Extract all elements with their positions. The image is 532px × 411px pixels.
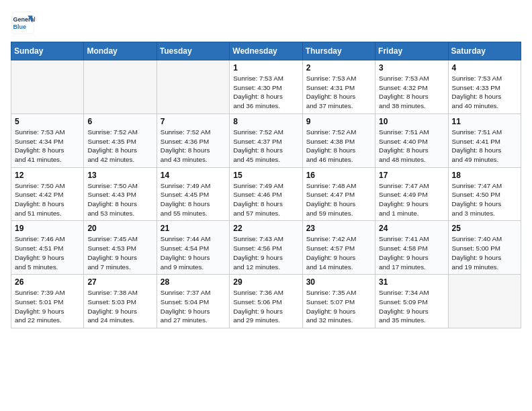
day-number: 21 [161,224,226,233]
day-info: Sunrise: 7:35 AM Sunset: 5:07 PM Dayligh… [306,288,371,325]
day-number: 14 [161,171,226,180]
day-info: Sunrise: 7:48 AM Sunset: 4:47 PM Dayligh… [306,181,371,218]
calendar-week-3: 12Sunrise: 7:50 AM Sunset: 4:42 PM Dayli… [11,167,521,221]
calendar-cell: 1Sunrise: 7:53 AM Sunset: 4:30 PM Daylig… [230,60,302,114]
logo: General Blue [11,11,35,35]
day-info: Sunrise: 7:42 AM Sunset: 4:57 PM Dayligh… [306,234,371,271]
day-number: 12 [15,171,80,180]
day-number: 19 [15,224,80,233]
day-info: Sunrise: 7:49 AM Sunset: 4:45 PM Dayligh… [161,181,226,218]
day-number: 10 [379,117,444,126]
calendar-cell: 4Sunrise: 7:53 AM Sunset: 4:33 PM Daylig… [448,60,521,114]
day-number: 13 [87,171,152,180]
day-number: 1 [233,63,298,73]
calendar-cell: 8Sunrise: 7:52 AM Sunset: 4:37 PM Daylig… [230,113,302,167]
day-number: 15 [233,171,298,180]
day-info: Sunrise: 7:52 AM Sunset: 4:38 PM Dayligh… [306,128,371,165]
day-number: 4 [452,63,517,73]
weekday-header-friday: Friday [375,42,448,60]
calendar-cell: 16Sunrise: 7:48 AM Sunset: 4:47 PM Dayli… [302,167,375,221]
day-info: Sunrise: 7:52 AM Sunset: 4:37 PM Dayligh… [233,128,298,165]
calendar-cell: 11Sunrise: 7:51 AM Sunset: 4:41 PM Dayli… [448,113,521,167]
day-info: Sunrise: 7:43 AM Sunset: 4:56 PM Dayligh… [233,234,298,271]
day-info: Sunrise: 7:50 AM Sunset: 4:42 PM Dayligh… [15,181,80,218]
calendar-cell: 10Sunrise: 7:51 AM Sunset: 4:40 PM Dayli… [375,113,448,167]
day-info: Sunrise: 7:34 AM Sunset: 5:09 PM Dayligh… [379,288,444,325]
calendar-cell: 6Sunrise: 7:52 AM Sunset: 4:35 PM Daylig… [84,113,157,167]
day-info: Sunrise: 7:45 AM Sunset: 4:53 PM Dayligh… [87,234,152,271]
weekday-header-sunday: Sunday [11,42,84,60]
calendar-cell: 30Sunrise: 7:35 AM Sunset: 5:07 PM Dayli… [302,275,375,328]
weekday-header-thursday: Thursday [302,42,375,60]
calendar-week-5: 26Sunrise: 7:39 AM Sunset: 5:01 PM Dayli… [11,275,521,328]
calendar-cell: 22Sunrise: 7:43 AM Sunset: 4:56 PM Dayli… [230,221,302,275]
weekday-header-saturday: Saturday [448,42,521,60]
day-info: Sunrise: 7:53 AM Sunset: 4:31 PM Dayligh… [306,74,371,111]
page-header: General Blue [11,11,521,35]
calendar-cell: 28Sunrise: 7:37 AM Sunset: 5:04 PM Dayli… [157,275,229,328]
day-info: Sunrise: 7:47 AM Sunset: 4:50 PM Dayligh… [452,181,517,218]
calendar-cell [448,275,521,328]
day-info: Sunrise: 7:40 AM Sunset: 5:00 PM Dayligh… [452,234,517,271]
calendar-cell: 25Sunrise: 7:40 AM Sunset: 5:00 PM Dayli… [448,221,521,275]
day-number: 30 [306,277,371,287]
day-number: 29 [233,277,298,287]
calendar-cell: 23Sunrise: 7:42 AM Sunset: 4:57 PM Dayli… [302,221,375,275]
day-info: Sunrise: 7:53 AM Sunset: 4:30 PM Dayligh… [233,74,298,111]
weekday-header-monday: Monday [84,42,157,60]
day-info: Sunrise: 7:37 AM Sunset: 5:04 PM Dayligh… [161,288,226,325]
calendar-cell: 31Sunrise: 7:34 AM Sunset: 5:09 PM Dayli… [375,275,448,328]
calendar-cell [157,60,229,114]
logo-icon: General Blue [11,11,35,35]
calendar-cell: 18Sunrise: 7:47 AM Sunset: 4:50 PM Dayli… [448,167,521,221]
calendar-cell: 12Sunrise: 7:50 AM Sunset: 4:42 PM Dayli… [11,167,84,221]
day-number: 9 [306,117,371,126]
day-info: Sunrise: 7:36 AM Sunset: 5:06 PM Dayligh… [233,288,298,325]
calendar-week-2: 5Sunrise: 7:53 AM Sunset: 4:34 PM Daylig… [11,113,521,167]
day-number: 27 [87,277,152,287]
day-number: 2 [306,63,371,73]
calendar-cell: 13Sunrise: 7:50 AM Sunset: 4:43 PM Dayli… [84,167,157,221]
day-number: 28 [161,277,226,287]
calendar-cell [11,60,84,114]
calendar-cell: 29Sunrise: 7:36 AM Sunset: 5:06 PM Dayli… [230,275,302,328]
day-number: 8 [233,117,298,126]
calendar-cell: 20Sunrise: 7:45 AM Sunset: 4:53 PM Dayli… [84,221,157,275]
day-number: 11 [452,117,517,126]
day-info: Sunrise: 7:46 AM Sunset: 4:51 PM Dayligh… [15,234,80,271]
day-number: 22 [233,224,298,233]
svg-text:Blue: Blue [13,24,27,30]
day-number: 7 [161,117,226,126]
day-number: 24 [379,224,444,233]
day-number: 16 [306,171,371,180]
day-info: Sunrise: 7:53 AM Sunset: 4:32 PM Dayligh… [379,74,444,111]
calendar-cell: 19Sunrise: 7:46 AM Sunset: 4:51 PM Dayli… [11,221,84,275]
day-info: Sunrise: 7:53 AM Sunset: 4:33 PM Dayligh… [452,74,517,111]
day-number: 18 [452,171,517,180]
calendar-cell: 24Sunrise: 7:41 AM Sunset: 4:58 PM Dayli… [375,221,448,275]
calendar-cell: 27Sunrise: 7:38 AM Sunset: 5:03 PM Dayli… [84,275,157,328]
calendar-cell: 15Sunrise: 7:49 AM Sunset: 4:46 PM Dayli… [230,167,302,221]
day-number: 23 [306,224,371,233]
day-info: Sunrise: 7:53 AM Sunset: 4:34 PM Dayligh… [15,128,80,165]
day-number: 6 [87,117,152,126]
calendar-cell: 14Sunrise: 7:49 AM Sunset: 4:45 PM Dayli… [157,167,229,221]
weekday-header-wednesday: Wednesday [230,42,302,60]
calendar-cell: 9Sunrise: 7:52 AM Sunset: 4:38 PM Daylig… [302,113,375,167]
day-info: Sunrise: 7:38 AM Sunset: 5:03 PM Dayligh… [87,288,152,325]
day-number: 5 [15,117,80,126]
calendar-table: SundayMondayTuesdayWednesdayThursdayFrid… [11,42,521,328]
day-info: Sunrise: 7:41 AM Sunset: 4:58 PM Dayligh… [379,234,444,271]
calendar-cell: 26Sunrise: 7:39 AM Sunset: 5:01 PM Dayli… [11,275,84,328]
day-info: Sunrise: 7:44 AM Sunset: 4:54 PM Dayligh… [161,234,226,271]
calendar-cell: 3Sunrise: 7:53 AM Sunset: 4:32 PM Daylig… [375,60,448,114]
calendar-cell: 7Sunrise: 7:52 AM Sunset: 4:36 PM Daylig… [157,113,229,167]
day-number: 20 [87,224,152,233]
day-info: Sunrise: 7:51 AM Sunset: 4:40 PM Dayligh… [379,128,444,165]
day-info: Sunrise: 7:52 AM Sunset: 4:36 PM Dayligh… [161,128,226,165]
day-info: Sunrise: 7:50 AM Sunset: 4:43 PM Dayligh… [87,181,152,218]
day-info: Sunrise: 7:39 AM Sunset: 5:01 PM Dayligh… [15,288,80,325]
day-info: Sunrise: 7:51 AM Sunset: 4:41 PM Dayligh… [452,128,517,165]
calendar-week-4: 19Sunrise: 7:46 AM Sunset: 4:51 PM Dayli… [11,221,521,275]
day-number: 25 [452,224,517,233]
